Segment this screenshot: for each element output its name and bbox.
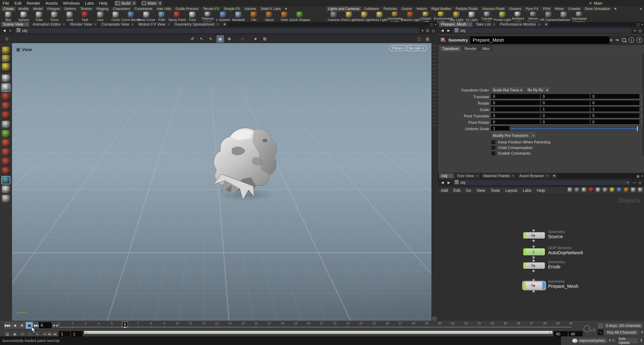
- parm-field-scale-z[interactable]: 1: [590, 107, 639, 112]
- pane-tab-composite-view[interactable]: Composite View×: [99, 21, 136, 27]
- pane-tab-animation-editor[interactable]: Animation Editor×: [30, 21, 68, 27]
- shelf-tab-simple-fx[interactable]: Simple FX: [222, 6, 242, 11]
- lut-icon[interactable]: [432, 117, 437, 119]
- pane-tab-prepare-mesh[interactable]: Prepare_Mesh×: [439, 21, 473, 27]
- parm-field-pivot-rotate-z[interactable]: 0: [590, 120, 639, 125]
- node-source[interactable]: [523, 232, 545, 239]
- list-view-icon[interactable]: [582, 188, 586, 192]
- scale-tool-icon[interactable]: [2, 111, 10, 119]
- network-menu-go[interactable]: Go: [463, 188, 474, 193]
- range-end-field[interactable]: 40: [554, 331, 568, 337]
- shelf-tool-curve-bezier[interactable]: Curve Bezier: [123, 12, 139, 21]
- gamma-icon[interactable]: [432, 113, 437, 115]
- sticky-note-icon[interactable]: [610, 188, 614, 192]
- lasso-select-icon[interactable]: [2, 186, 10, 193]
- jump-start-button[interactable]: ▮◀◀: [4, 322, 11, 329]
- recook-icon[interactable]: ↻: [612, 338, 616, 343]
- search-icon[interactable]: [622, 38, 626, 42]
- close-icon[interactable]: ×: [450, 174, 452, 178]
- chevron-down-icon[interactable]: ▾: [627, 180, 629, 185]
- menu-edit[interactable]: Edit: [12, 0, 24, 6]
- folder-tab-render[interactable]: Render: [462, 46, 479, 51]
- shelf-tool-box[interactable]: Box: [1, 12, 16, 21]
- shelf-tab-wires[interactable]: Wires: [553, 6, 566, 11]
- shelf-tool-spiral[interactable]: Spiral: [262, 12, 277, 21]
- pane-tab-render-view[interactable]: Render View×: [68, 21, 99, 27]
- template-flag[interactable]: [523, 262, 526, 269]
- move-tool-icon[interactable]: [2, 93, 10, 101]
- shelf-tab-fem[interactable]: FEM: [541, 6, 552, 11]
- fog-icon[interactable]: [432, 109, 437, 111]
- cook-brain-icon[interactable]: [572, 339, 578, 343]
- follow-network-icon[interactable]: ◎: [638, 180, 642, 185]
- folder-tab-transform[interactable]: Transform: [440, 46, 462, 51]
- viewport-info-icon[interactable]: i: [432, 317, 437, 321]
- scoped-channels-icon[interactable]: [598, 323, 604, 329]
- shelf-tool-geometry-light[interactable]: Geometry Light: [387, 12, 403, 23]
- shelf-tool-gamepad-camera[interactable]: Gamepad Camera: [572, 12, 587, 23]
- range-start-field[interactable]: 1: [59, 331, 70, 337]
- cook-node-dropdown[interactable]: /obj/AutoDopNet...: [579, 338, 607, 344]
- shelf-tool-torus[interactable]: Torus: [47, 12, 62, 21]
- forward-icon[interactable]: ►: [9, 28, 13, 33]
- node-input-dot[interactable]: [532, 279, 535, 282]
- shelf-tab-vellum[interactable]: Vellum: [414, 6, 429, 11]
- node-input-dot[interactable]: [532, 229, 535, 232]
- add-pane-tab-button[interactable]: +: [543, 21, 550, 27]
- parm-field-pivot-rotate-x[interactable]: 0: [491, 120, 540, 125]
- close-icon[interactable]: ×: [476, 174, 478, 178]
- shelf-tab-modify[interactable]: Modify: [16, 6, 31, 11]
- shelf-tab-particle-fluids[interactable]: Particle Fluids: [454, 6, 480, 11]
- pin-pane-icon[interactable]: ▾: [634, 28, 636, 33]
- range-left-handle[interactable]: ◄: [85, 331, 88, 334]
- uniform-scale-slider[interactable]: [511, 128, 637, 129]
- snap-curve-magnet-icon[interactable]: [2, 149, 10, 156]
- pane-tab-geometry-spreadsheet[interactable]: Geometry Spreadsheet×: [172, 21, 221, 27]
- normals-icon[interactable]: [432, 86, 437, 89]
- snapshot-icon[interactable]: [432, 120, 437, 123]
- shelf-tool-quick-shapes[interactable]: Quick Shapes: [292, 12, 308, 21]
- network-canvas[interactable]: Objects GeometrySourceDOP NetworkAutoDop…: [438, 194, 644, 321]
- template-flag[interactable]: [523, 248, 526, 255]
- shelf-tool-portal-light[interactable]: Portal Light: [495, 12, 510, 21]
- follow-icon[interactable]: ⊞: [426, 28, 429, 33]
- snap-magnet-icon[interactable]: [2, 167, 10, 175]
- close-icon[interactable]: ×: [168, 22, 170, 26]
- playback-range-slider[interactable]: ◄ ►: [84, 331, 552, 334]
- parm-field-translate-x[interactable]: 0: [491, 94, 540, 99]
- pane-grip-icon[interactable]: ⊞: [3, 35, 10, 42]
- shelf-tool-l-system[interactable]: L-System: [216, 12, 231, 21]
- geometry-node-icon[interactable]: [440, 37, 446, 43]
- secure-selection-lock-icon[interactable]: [2, 84, 10, 91]
- checkbox-keep-position-when-parenting[interactable]: [491, 140, 496, 144]
- network-menu-help[interactable]: Help: [534, 188, 548, 193]
- shelf-tab-drive-simulation[interactable]: Drive Simulation: [583, 6, 612, 11]
- shelf-tab-rigging[interactable]: Rigging: [94, 6, 110, 11]
- parm-field-scale-y[interactable]: 1: [541, 107, 590, 112]
- color-palette-icon[interactable]: [589, 188, 594, 192]
- parm-field-pivot-translate-x[interactable]: 0: [491, 113, 540, 118]
- slider-handle[interactable]: [637, 126, 638, 131]
- shelf-tab-crowds[interactable]: Crowds: [566, 6, 582, 11]
- shelf-tab-viscous-fluids[interactable]: Viscous Fluids: [480, 6, 507, 11]
- handles-icon[interactable]: [432, 94, 437, 96]
- play-reverse-button[interactable]: ◀: [11, 322, 18, 329]
- parm-field-pivot-translate-y[interactable]: 0: [541, 113, 590, 118]
- parm-field-pivot-rotate-y[interactable]: 0: [541, 120, 590, 125]
- shelf-tab-constraints[interactable]: Constraints: [132, 6, 154, 11]
- forward-icon[interactable]: ►: [447, 180, 451, 185]
- current-frame-field[interactable]: 6: [39, 322, 52, 328]
- select-geometry-tool-icon[interactable]: ⇖: [207, 35, 214, 42]
- link-target-icon[interactable]: ◎: [638, 28, 642, 33]
- transform-axes-icon[interactable]: [2, 130, 10, 138]
- network-menu-edit[interactable]: Edit: [451, 188, 463, 193]
- pane-tab--obj[interactable]: /obj×: [439, 173, 454, 178]
- node-name-field[interactable]: Prepare_Mesh: [470, 36, 609, 44]
- background-image-icon[interactable]: [617, 188, 622, 192]
- shelf-tool-line[interactable]: Line: [93, 12, 108, 21]
- shelf-tool-distant-light[interactable]: Distant Light: [418, 12, 434, 23]
- shelf-tool-gi-light[interactable]: GI Light: [464, 12, 480, 21]
- find-icon[interactable]: [631, 188, 636, 192]
- add-pane-tab-button[interactable]: +: [221, 21, 228, 27]
- shelf-tool-metaball[interactable]: Metaball: [231, 12, 246, 21]
